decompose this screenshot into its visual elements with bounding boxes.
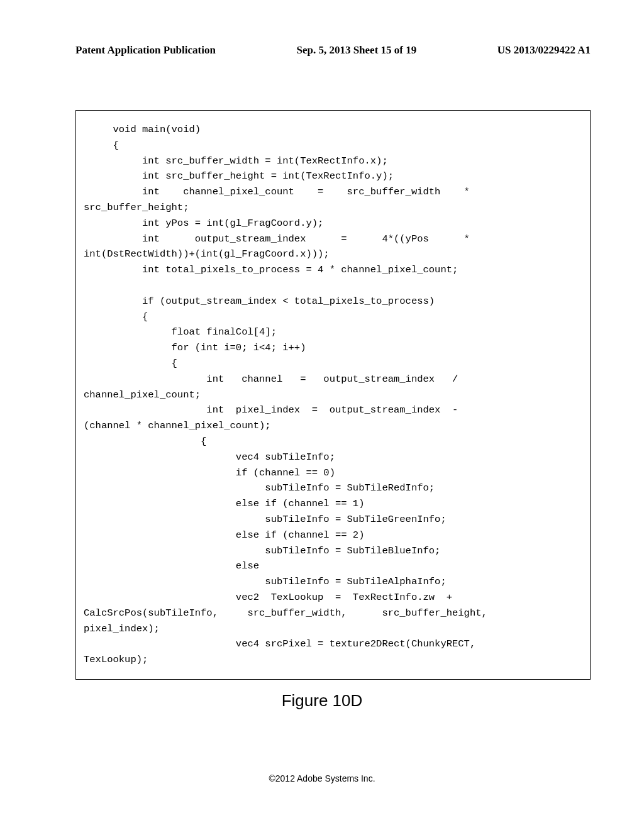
figure-caption: Figure 10D xyxy=(0,691,644,711)
code-listing: void main(void) { int src_buffer_width =… xyxy=(75,110,591,680)
page-header: Patent Application Publication Sep. 5, 2… xyxy=(0,0,644,57)
header-left: Patent Application Publication xyxy=(75,44,216,57)
header-center: Sep. 5, 2013 Sheet 15 of 19 xyxy=(296,44,416,57)
copyright-notice: ©2012 Adobe Systems Inc. xyxy=(0,773,644,783)
header-right: US 2013/0229422 A1 xyxy=(497,44,591,57)
